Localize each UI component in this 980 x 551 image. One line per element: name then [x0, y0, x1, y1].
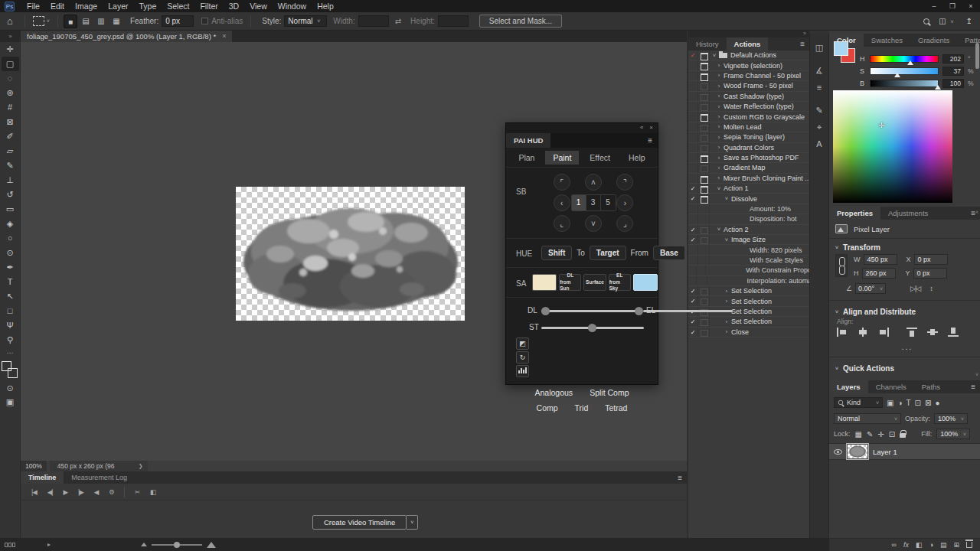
brush-tool[interactable]: ✎: [2, 158, 19, 173]
zoom-level-input[interactable]: 100%: [21, 461, 47, 471]
expand-arrow-icon[interactable]: ›: [714, 123, 724, 130]
include-checkbox[interactable]: [688, 245, 698, 254]
angle-input[interactable]: 0.00°˅: [855, 283, 886, 294]
filter-image-icon[interactable]: ▣: [887, 399, 893, 407]
close-icon[interactable]: ×: [222, 31, 226, 42]
lasso-tool[interactable]: ◌: [2, 71, 19, 86]
menu-item[interactable]: View: [244, 2, 273, 11]
brush-settings-panel-icon[interactable]: ≡: [817, 80, 822, 96]
feather-input[interactable]: 0 px: [162, 15, 194, 27]
expand-arrow-icon[interactable]: ›: [714, 72, 724, 79]
ruler-panel-icon[interactable]: ∡: [815, 63, 823, 80]
dialog-toggle[interactable]: [698, 317, 710, 326]
hud-tab[interactable]: Plan: [511, 151, 542, 165]
dialog-toggle[interactable]: [698, 204, 710, 214]
include-checkbox[interactable]: [688, 204, 698, 214]
hue-target-button[interactable]: Target: [590, 246, 626, 260]
width-input[interactable]: 450 px: [864, 254, 897, 265]
color-picker-cursor[interactable]: ✛: [878, 121, 884, 129]
dialog-toggle[interactable]: [698, 153, 710, 162]
action-row[interactable]: With Scale Styles: [688, 256, 809, 266]
height-input[interactable]: 260 px: [862, 268, 896, 279]
dl-slider-handle[interactable]: [541, 307, 550, 315]
dialog-toggle[interactable]: [698, 51, 710, 60]
tab-properties[interactable]: Properties: [829, 207, 880, 220]
action-row[interactable]: Width: 820 pixels: [688, 245, 809, 255]
tab-paths[interactable]: Paths: [914, 380, 948, 393]
el-slider-handle[interactable]: [635, 307, 643, 315]
dialog-toggle[interactable]: [698, 60, 710, 70]
include-checkbox[interactable]: [688, 71, 698, 80]
lock-transparency-icon[interactable]: ▦: [855, 430, 862, 439]
expand-arrow-icon[interactable]: ˅: [714, 226, 724, 233]
expand-arrow-icon[interactable]: ›: [722, 318, 731, 325]
dl-track[interactable]: [541, 310, 637, 312]
dialog-toggle[interactable]: [698, 132, 710, 142]
nav-down-button[interactable]: ˅: [585, 215, 602, 232]
adjustment-layer-icon[interactable]: ◑: [929, 541, 933, 549]
timeline-zoom-track[interactable]: [152, 544, 202, 546]
history-brush-tool[interactable]: ↺: [2, 187, 19, 202]
include-checkbox[interactable]: [688, 112, 698, 121]
share-icon[interactable]: ↥: [966, 17, 972, 25]
include-checkbox[interactable]: [688, 286, 698, 295]
dodge-tool[interactable]: ⊙: [2, 246, 19, 260]
histogram-panel-icon[interactable]: ◫: [815, 40, 823, 57]
lock-position-icon[interactable]: ✛: [877, 430, 884, 439]
hud-tab[interactable]: Effect: [582, 151, 618, 165]
action-row[interactable]: › Wood Frame - 50 pixel: [688, 81, 809, 91]
move-tool[interactable]: ✛: [2, 42, 19, 57]
action-row[interactable]: ˅ Action 2: [688, 225, 809, 235]
layer-effects-icon[interactable]: fx: [903, 541, 909, 549]
x-input[interactable]: 0 px: [914, 254, 948, 265]
quick-actions-header[interactable]: ˅ Quick Actions: [829, 360, 900, 375]
menu-item[interactable]: Layer: [103, 2, 133, 11]
tab-adjustments[interactable]: Adjustments: [880, 207, 936, 220]
menu-item[interactable]: Type: [133, 2, 162, 11]
nav-down-left-button[interactable]: ⌞: [554, 215, 570, 232]
menu-item[interactable]: Filter: [194, 2, 223, 11]
timeline-flow-icon[interactable]: ▸: [47, 541, 51, 548]
dialog-toggle[interactable]: [698, 102, 710, 111]
expand-arrow-icon[interactable]: ˅: [722, 236, 731, 243]
action-row[interactable]: › Frame Channel - 50 pixel: [688, 71, 809, 81]
collapse-icon[interactable]: «: [640, 124, 643, 133]
action-row[interactable]: › Molten Lead: [688, 122, 809, 132]
include-checkbox[interactable]: [688, 256, 698, 265]
nav-right-button[interactable]: ›: [616, 194, 633, 211]
brushes-panel-icon[interactable]: ✎: [815, 103, 822, 119]
height-input[interactable]: [438, 15, 469, 27]
include-checkbox[interactable]: [688, 328, 698, 337]
el-track[interactable]: [643, 310, 733, 312]
background-color-swatch[interactable]: [8, 368, 18, 378]
menu-item[interactable]: File: [21, 2, 45, 11]
menu-item[interactable]: Edit: [45, 2, 70, 11]
expand-arrow-icon[interactable]: ›: [722, 288, 731, 295]
path-selection-tool[interactable]: ↖: [2, 289, 19, 304]
width-input[interactable]: [358, 15, 389, 27]
dialog-toggle[interactable]: [698, 194, 710, 203]
tab-gradients[interactable]: Gradients: [910, 34, 957, 47]
previous-frame-button[interactable]: ◀|: [43, 488, 57, 496]
dialog-toggle[interactable]: [698, 184, 710, 193]
action-row[interactable]: Interpolation: automatic: [688, 276, 809, 286]
dialog-toggle[interactable]: [698, 225, 710, 234]
saturation-value-input[interactable]: 37: [942, 67, 964, 76]
dialog-toggle[interactable]: [698, 296, 710, 305]
include-checkbox[interactable]: [688, 214, 698, 223]
include-checkbox[interactable]: [688, 235, 698, 244]
dialog-toggle[interactable]: [698, 174, 710, 183]
tab-history[interactable]: History: [688, 37, 727, 51]
rectangle-tool[interactable]: □: [2, 304, 19, 318]
include-checkbox[interactable]: [688, 81, 698, 90]
include-checkbox[interactable]: [688, 163, 698, 172]
dialog-toggle[interactable]: [698, 286, 710, 295]
expand-arrow-icon[interactable]: ˅: [722, 195, 731, 202]
layer-row[interactable]: Layer 1: [829, 443, 980, 460]
dialog-toggle[interactable]: [698, 328, 710, 337]
layer-thumbnail[interactable]: [848, 445, 867, 458]
surface-button[interactable]: Surface: [583, 274, 606, 291]
type-tool[interactable]: T: [2, 275, 19, 289]
comp-button[interactable]: Comp: [537, 403, 558, 412]
subtract-selection-mode[interactable]: ▥: [94, 15, 108, 28]
